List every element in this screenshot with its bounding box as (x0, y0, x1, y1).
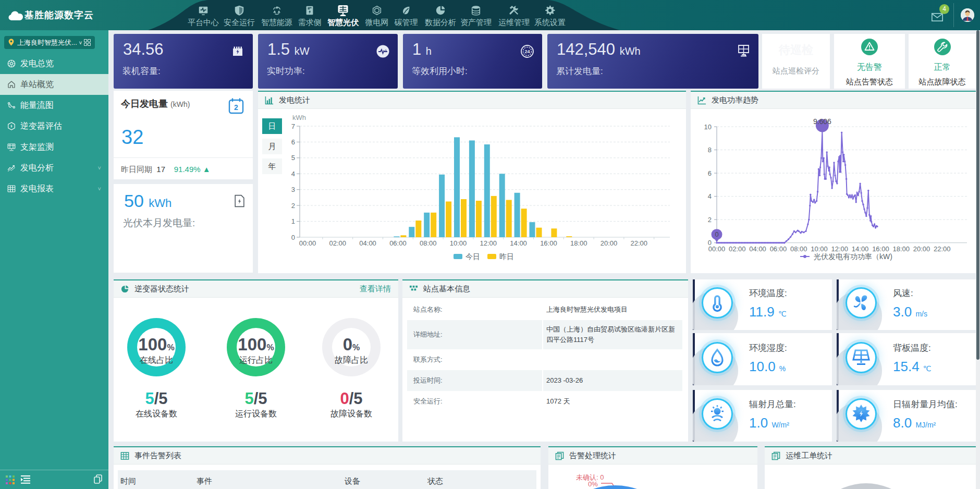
svg-text:22:00: 22:00 (631, 239, 648, 247)
svg-text:8: 8 (708, 146, 712, 154)
svg-text:00:00: 00:00 (708, 245, 726, 253)
svg-text:2: 2 (291, 202, 295, 210)
svg-text:08:00: 08:00 (420, 239, 437, 247)
svg-text:昨日: 昨日 (499, 252, 514, 261)
svg-text:18:00: 18:00 (570, 239, 587, 247)
svg-text:5: 5 (291, 154, 295, 162)
svg-text:0: 0 (715, 230, 718, 238)
svg-text:02:00: 02:00 (729, 245, 746, 253)
svg-text:04:00: 04:00 (359, 239, 376, 247)
svg-text:9.606: 9.606 (813, 117, 831, 126)
svg-text:4: 4 (708, 192, 712, 200)
svg-text:光伏发电有功功率（kW): 光伏发电有功功率（kW) (814, 252, 892, 261)
svg-text:6: 6 (291, 138, 295, 146)
svg-text:kWh: kWh (292, 114, 306, 121)
svg-text:7: 7 (291, 123, 295, 130)
svg-text:20:00: 20:00 (913, 245, 930, 253)
svg-text:2: 2 (708, 216, 712, 224)
svg-text:20:00: 20:00 (601, 239, 618, 247)
svg-text:00:00: 00:00 (299, 239, 316, 247)
svg-text:06:00: 06:00 (389, 239, 407, 247)
svg-text:18:00: 18:00 (892, 245, 910, 253)
svg-text:4: 4 (291, 170, 295, 178)
svg-text:12:00: 12:00 (480, 239, 497, 247)
svg-text:10:00: 10:00 (450, 239, 467, 247)
svg-text:6: 6 (708, 169, 712, 177)
svg-text:16:00: 16:00 (872, 245, 889, 253)
svg-text:02:00: 02:00 (329, 239, 347, 247)
svg-text:3: 3 (291, 186, 295, 193)
svg-text:10:00: 10:00 (811, 245, 828, 253)
svg-text:10: 10 (704, 123, 712, 131)
svg-text:16:00: 16:00 (540, 239, 557, 247)
svg-text:14:00: 14:00 (510, 239, 527, 247)
svg-text:12:00: 12:00 (831, 245, 849, 253)
svg-text:14:00: 14:00 (852, 245, 869, 253)
svg-text:22:00: 22:00 (934, 245, 951, 253)
svg-text:2: 2 (234, 103, 238, 112)
svg-text:24: 24 (524, 49, 530, 54)
svg-text:0: 0 (291, 234, 295, 241)
svg-text:08:00: 08:00 (790, 245, 807, 253)
svg-text:1: 1 (291, 217, 295, 225)
svg-text:04:00: 04:00 (749, 245, 766, 253)
svg-text:06:00: 06:00 (770, 245, 787, 253)
svg-text:今日: 今日 (466, 252, 480, 261)
